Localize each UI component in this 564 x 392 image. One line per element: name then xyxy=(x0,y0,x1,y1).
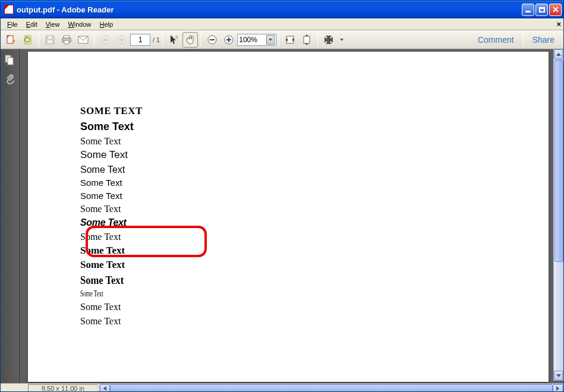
status-bar: 8.50 x 11.00 in xyxy=(1,383,563,392)
zoom-in-icon[interactable] xyxy=(221,32,237,48)
text-line: Some Text xyxy=(80,119,143,134)
text-line: Some Text xyxy=(80,134,143,148)
window-titlebar: output.pdf - Adobe Reader ✕ xyxy=(1,1,563,18)
page-number-input[interactable] xyxy=(130,34,150,46)
menu-window[interactable]: Window xyxy=(64,20,95,29)
text-line: Some Text xyxy=(80,176,143,189)
document-page: SOME TEXTSome TextSome TextSome TextSome… xyxy=(28,52,549,382)
text-line: Some Text xyxy=(80,300,143,314)
text-line: Some Text xyxy=(80,216,143,229)
content-area: SOME TEXTSome TextSome TextSome TextSome… xyxy=(1,49,563,383)
scroll-left-button[interactable] xyxy=(100,384,110,393)
text-line: Some Text xyxy=(80,273,137,288)
close-button[interactable]: ✕ xyxy=(549,4,562,16)
page-down-icon[interactable] xyxy=(114,32,130,48)
zoom-out-icon[interactable] xyxy=(204,32,220,48)
menu-edit[interactable]: Edit xyxy=(22,20,42,29)
text-line: Some Text xyxy=(80,202,143,216)
text-line: Some Text xyxy=(80,148,143,163)
horizontal-scrollbar[interactable] xyxy=(99,384,563,393)
scroll-thumb[interactable] xyxy=(554,60,563,262)
text-line: Some Text xyxy=(80,314,143,328)
svg-rect-22 xyxy=(8,58,13,65)
menu-file[interactable]: File xyxy=(3,20,22,29)
email-icon[interactable] xyxy=(75,32,91,48)
svg-rect-7 xyxy=(64,40,69,44)
maximize-button[interactable] xyxy=(535,4,548,16)
text-line: Some Text xyxy=(80,258,143,273)
save-icon[interactable] xyxy=(42,32,58,48)
text-line: Some Text xyxy=(80,244,143,258)
scroll-up-button[interactable] xyxy=(554,49,563,59)
zoom-value: 100% xyxy=(239,36,266,44)
minimize-button[interactable] xyxy=(522,4,534,16)
scroll-down-button[interactable] xyxy=(554,371,563,381)
text-line: Some Text xyxy=(80,189,143,203)
create-pdf-icon[interactable] xyxy=(20,32,36,48)
attachments-icon[interactable] xyxy=(3,72,17,86)
fit-width-icon[interactable] xyxy=(282,32,298,48)
text-line: SOME TEXT xyxy=(80,104,143,119)
window-title: output.pdf - Adobe Reader xyxy=(17,5,521,14)
toolbar-separator xyxy=(317,33,318,46)
side-panel xyxy=(1,49,20,383)
page-up-icon[interactable] xyxy=(97,32,113,48)
vertical-scrollbar[interactable] xyxy=(553,49,563,381)
app-icon xyxy=(4,5,14,14)
svg-rect-3 xyxy=(48,40,52,43)
document-viewport[interactable]: SOME TEXTSome TextSome TextSome TextSome… xyxy=(20,49,563,383)
svg-rect-19 xyxy=(304,36,310,43)
toolbar-separator xyxy=(201,33,201,46)
page-total-label: / 1 xyxy=(153,36,160,43)
hand-tool-icon[interactable] xyxy=(182,32,198,48)
page-size-label: 8.50 x 11.00 in xyxy=(28,384,98,393)
toolbar-separator xyxy=(523,33,524,46)
selection-tool-icon[interactable] xyxy=(166,32,181,48)
document-text: SOME TEXTSome TextSome TextSome TextSome… xyxy=(80,104,143,328)
read-mode-icon[interactable] xyxy=(321,32,336,48)
print-icon[interactable] xyxy=(59,32,74,48)
toolbar-separator xyxy=(94,33,94,46)
toolbar-separator xyxy=(162,33,163,46)
scroll-right-button[interactable] xyxy=(553,384,563,393)
text-line: Some Text xyxy=(80,163,143,176)
svg-rect-4 xyxy=(48,36,52,39)
share-button[interactable]: Share xyxy=(526,32,561,48)
menu-view[interactable]: View xyxy=(42,20,64,29)
text-line: Some Text xyxy=(80,230,143,244)
toolbar-separator xyxy=(39,33,39,46)
menu-help[interactable]: Help xyxy=(96,20,118,29)
zoom-select[interactable]: 100% xyxy=(237,34,276,46)
convert-icon[interactable] xyxy=(4,32,19,48)
thumbnails-icon[interactable] xyxy=(3,53,17,67)
toolbar-separator xyxy=(279,33,279,46)
scroll-thumb-h[interactable] xyxy=(110,384,553,393)
toolbar-more-icon[interactable] xyxy=(338,32,346,48)
menu-bar: File Edit View Window Help × xyxy=(1,18,563,30)
fit-page-icon[interactable] xyxy=(299,32,314,48)
comment-button[interactable]: Comment xyxy=(471,32,521,48)
zoom-dropdown-icon[interactable] xyxy=(266,35,275,45)
text-line: Some Text xyxy=(80,288,121,300)
menu-close-icon[interactable]: × xyxy=(556,20,561,29)
toolbar: / 1 100% Comment Share xyxy=(1,30,563,49)
